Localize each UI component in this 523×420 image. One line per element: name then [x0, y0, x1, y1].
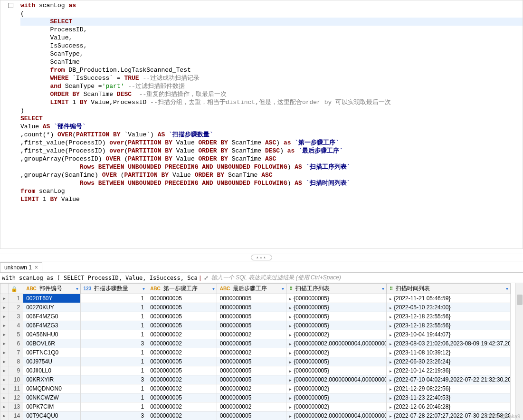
row-number[interactable]: 7 [9, 348, 23, 357]
cell[interactable]: ▸{2023-12-18 23:55:56} [386, 321, 510, 330]
expand-array-icon[interactable]: ▸ [289, 360, 292, 364]
row-number[interactable]: 11 [9, 384, 23, 393]
expand-array-icon[interactable]: ▸ [289, 387, 292, 391]
table-row[interactable]: ▸500A56NHU0100000000020000000002▸{000000… [0, 330, 511, 339]
expand-array-icon[interactable]: ▸ [289, 315, 292, 319]
row-handle[interactable]: ▸ [0, 348, 9, 357]
table-row[interactable]: ▸1000KRXYIR300000000020000000005▸{000000… [0, 375, 511, 384]
cell[interactable]: 1 [80, 357, 147, 366]
row-number[interactable]: 12 [9, 393, 23, 402]
table-row[interactable]: ▸600BOVL6R300000000020000000005▸{0000000… [0, 339, 511, 348]
row-number[interactable]: 5 [9, 330, 23, 339]
row-number[interactable]: 8 [9, 357, 23, 366]
row-handle[interactable]: ▸ [0, 303, 9, 312]
cell[interactable]: 00T9C4QU0 [23, 411, 80, 420]
table-row[interactable]: ▸1300PK7CIM100000000020000000002▸{000000… [0, 402, 511, 411]
cell[interactable]: 00FTNC1Q0 [23, 348, 80, 357]
cell[interactable]: 0000000002 [147, 348, 217, 357]
dropdown-icon[interactable]: ▾ [506, 286, 508, 291]
cell[interactable]: 0000000002 [217, 348, 286, 357]
cell[interactable]: ▸{2022-07-10 04:02:49,2022-07-22 21:32:3… [386, 375, 510, 384]
cell[interactable]: 0000000005 [217, 366, 286, 375]
sql-editor[interactable]: − with scanLog as( SELECT --DISTINCT on(… [0, 0, 523, 249]
cell[interactable]: 0000000005 [147, 294, 217, 303]
table-row[interactable]: ▸700FTNC1Q0100000000020000000002▸{000000… [0, 348, 511, 357]
cell[interactable]: 1 [80, 348, 147, 357]
cell[interactable]: 0000000005 [217, 312, 286, 321]
cell[interactable]: 006F4MZG0 [23, 312, 80, 321]
expand-array-icon[interactable]: ▸ [390, 360, 392, 364]
cell[interactable]: 00PK7CIM [23, 402, 80, 411]
row-handle[interactable]: ▸ [0, 357, 9, 366]
cell[interactable]: ▸{2022-06-30 23:26:24} [386, 357, 510, 366]
vertical-scrollbar[interactable] [515, 283, 523, 420]
cell[interactable]: 0000000005 [217, 339, 286, 348]
cell[interactable]: ▸{0000000002} [286, 348, 387, 357]
row-handle[interactable]: ▸ [0, 384, 9, 393]
dropdown-icon[interactable]: ▾ [143, 286, 145, 291]
cell[interactable]: ▸{0000000005} [286, 321, 387, 330]
cell[interactable]: ▸{0000000002} [286, 402, 387, 411]
table-row[interactable]: ▸10020T60Y100000000050000000005▸{0000000… [0, 294, 511, 303]
cell[interactable]: 3 [80, 411, 147, 420]
cell[interactable]: 00JII0LL0 [23, 366, 80, 375]
row-handle[interactable]: ▸ [0, 312, 9, 321]
column-header-2[interactable]: ABC第一步骤工序▾ [147, 284, 217, 294]
cell[interactable]: 0000000005 [217, 357, 286, 366]
cell[interactable]: 0000000002 [147, 384, 217, 393]
expand-array-icon[interactable]: ▸ [289, 324, 292, 328]
cell[interactable]: ▸{2021-12-29 08:22:56} [386, 384, 510, 393]
cell[interactable]: 1 [80, 402, 147, 411]
cell[interactable]: 00A56NHU0 [23, 330, 80, 339]
cell[interactable]: 0000000002 [217, 330, 286, 339]
cell[interactable]: 0020T60Y [23, 294, 80, 303]
expand-array-icon[interactable]: ▸ [289, 396, 292, 401]
expand-icon[interactable]: ⤢ [203, 275, 209, 281]
expand-array-icon[interactable]: ▸ [289, 333, 292, 337]
expand-array-icon[interactable]: ▸ [390, 396, 392, 401]
cell[interactable]: 0000000005 [147, 312, 217, 321]
results-grid[interactable]: 🔒ABC部件编号▾123扫描步骤数量▾ABC第一步骤工序▾ABC最后步骤工序▾⠿… [0, 283, 511, 420]
cell[interactable]: 3 [80, 339, 147, 348]
cell[interactable]: ▸{0000000002,0000000004,0000000005} [286, 339, 387, 348]
row-number[interactable]: 1 [9, 294, 23, 303]
cell[interactable]: ▸{2022-10-14 22:19:36} [386, 366, 510, 375]
dropdown-icon[interactable]: ▾ [212, 286, 215, 291]
cell[interactable]: 0000000002 [147, 330, 217, 339]
cell[interactable]: 00J9754U [23, 357, 80, 366]
expand-array-icon[interactable]: ▸ [390, 315, 392, 319]
row-number[interactable]: 3 [9, 312, 23, 321]
cell[interactable]: 00NKCWZW [23, 393, 80, 402]
cell[interactable]: 0000000002 [217, 384, 286, 393]
fold-minus-icon[interactable]: − [8, 3, 13, 8]
cell[interactable]: 1 [80, 321, 147, 330]
row-number[interactable]: 14 [9, 411, 23, 420]
cell[interactable]: 0000000002 [217, 402, 286, 411]
row-handle[interactable]: ▸ [0, 411, 9, 420]
cell[interactable]: ▸{0000000005} [286, 357, 387, 366]
row-handle[interactable]: ▸ [0, 375, 9, 384]
cell[interactable]: ▸{0000000002} [286, 384, 387, 393]
row-handle[interactable]: ▸ [0, 330, 9, 339]
row-handle[interactable]: ▸ [0, 294, 9, 303]
row-number[interactable]: 9 [9, 366, 23, 375]
cell[interactable]: 0000000002 [147, 411, 217, 420]
cell[interactable]: 1 [80, 303, 147, 312]
rownum-header[interactable]: 🔒 [9, 284, 23, 294]
cell[interactable]: ▸{2023-11-23 22:40:53} [386, 393, 510, 402]
cell[interactable]: ▸{2023-10-04 19:44:07} [386, 330, 510, 339]
cell[interactable]: 1 [80, 312, 147, 321]
cell[interactable]: 0000000002 [147, 375, 217, 384]
cell[interactable]: 1 [80, 384, 147, 393]
cell[interactable]: 0000000005 [217, 393, 286, 402]
cell[interactable]: ▸{2022-12-06 20:46:28} [386, 402, 510, 411]
cell[interactable]: ▸{0000000005} [286, 366, 387, 375]
cell[interactable]: 002Z0KUY [23, 303, 80, 312]
row-handle[interactable]: ▸ [0, 393, 9, 402]
column-header-3[interactable]: ABC最后步骤工序▾ [217, 284, 286, 294]
scrollbar-thumb[interactable] [517, 295, 523, 305]
expand-array-icon[interactable]: ▸ [289, 414, 292, 419]
row-number[interactable]: 10 [9, 375, 23, 384]
cell[interactable]: 1 [80, 294, 147, 303]
table-row[interactable]: ▸900JII0LL0100000000050000000005▸{000000… [0, 366, 511, 375]
